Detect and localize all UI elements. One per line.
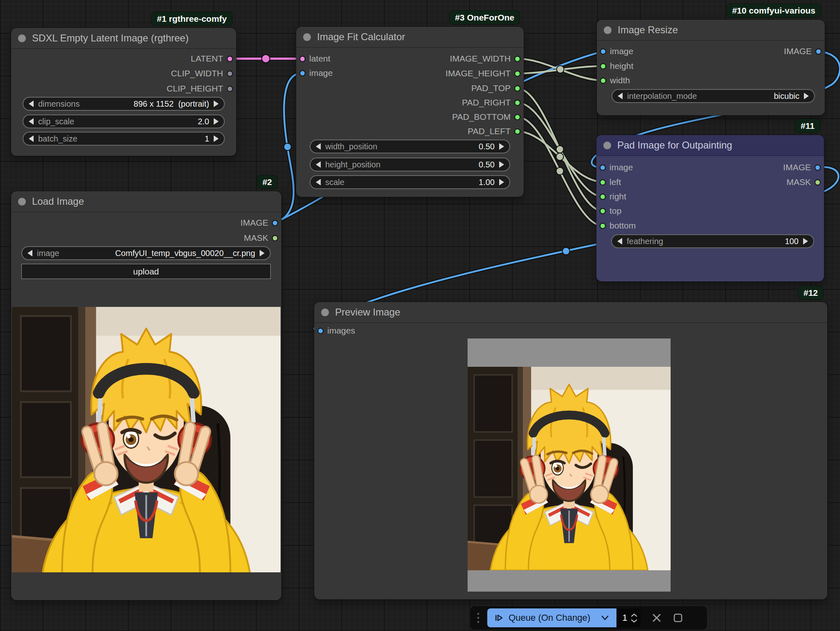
collapse-dot-icon[interactable] [321,309,329,316]
int-port-icon[interactable] [514,128,520,135]
output-slot-image[interactable]: IMAGE [784,47,822,56]
next-arrow-icon[interactable] [499,143,504,150]
int-port-icon[interactable] [227,86,233,92]
int-port-icon[interactable] [514,85,520,91]
collapse-dot-icon[interactable] [18,34,26,42]
image-port-icon[interactable] [600,48,606,55]
output-slot-pad-right[interactable]: PAD_RIGHT [462,98,520,107]
input-slot-image[interactable]: image [600,163,633,172]
prev-arrow-icon[interactable] [29,101,34,107]
next-arrow-icon[interactable] [214,135,219,142]
node-header[interactable]: SDXL Empty Latent Image (rgthree) [11,28,236,49]
node-pad-image-for-outpainting[interactable]: #11 Pad Image for Outpainting image left… [596,135,824,281]
collapse-dot-icon[interactable] [18,198,26,206]
image-port-icon[interactable] [815,165,821,171]
loaded-image-preview[interactable] [12,307,281,572]
widget-height-position[interactable]: height_position 0.50 [310,158,510,171]
next-arrow-icon[interactable] [214,101,219,107]
widget-interpolation-mode[interactable]: interpolation_mode bicubic [612,89,815,103]
next-arrow-icon[interactable] [260,250,265,256]
upload-button[interactable]: upload [21,264,271,279]
node-image-fit-calculator[interactable]: #3 OneForOne Image Fit Calculator latent… [296,27,524,197]
output-slot-clip-width[interactable]: CLIP_WIDTH [171,69,233,78]
prev-arrow-icon[interactable] [617,238,622,245]
output-slot-mask[interactable]: MASK [244,233,278,242]
collapse-dot-icon[interactable] [303,33,311,41]
input-slot-left[interactable]: left [600,178,621,187]
prev-arrow-icon[interactable] [29,135,34,142]
output-slot-pad-top[interactable]: PAD_TOP [471,84,520,93]
node-load-image[interactable]: #2 Load Image IMAGE MASK image ComfyUI_t… [11,191,281,600]
int-port-icon[interactable] [514,100,520,106]
int-port-icon[interactable] [227,71,233,77]
next-arrow-icon[interactable] [499,161,504,168]
node-sdxl-empty-latent[interactable]: #1 rgthree-comfy SDXL Empty Latent Image… [11,28,236,156]
int-port-icon[interactable] [600,223,606,229]
node-header[interactable]: Load Image [11,191,281,212]
queue-count[interactable]: 1 [616,608,640,627]
widget-width-position[interactable]: width_position 0.50 [310,139,510,153]
chevron-down-icon[interactable] [601,615,609,621]
input-slot-image[interactable]: image [299,69,333,78]
output-slot-mask[interactable]: MASK [786,178,821,187]
stop-button[interactable] [673,613,683,623]
drag-handle-icon[interactable] [477,612,480,624]
input-slot-image[interactable]: image [600,47,633,56]
image-port-icon[interactable] [600,165,606,171]
input-slot-width[interactable]: width [600,76,630,85]
image-port-icon[interactable] [317,328,324,334]
input-slot-right[interactable]: right [600,192,626,201]
output-slot-image[interactable]: IMAGE [783,163,821,172]
input-slot-height[interactable]: height [600,62,633,71]
output-slot-latent[interactable]: LATENT [191,54,233,63]
int-port-icon[interactable] [514,56,520,62]
prev-arrow-icon[interactable] [29,118,34,125]
input-slot-latent[interactable]: latent [299,54,330,63]
collapse-dot-icon[interactable] [603,142,611,149]
input-slot-images[interactable]: images [317,326,355,335]
node-image-resize[interactable]: #10 comfyui-various Image Resize image h… [597,20,825,115]
node-header[interactable]: Image Fit Calculator [296,27,524,48]
widget-clip-scale[interactable]: clip_scale 2.0 [23,114,225,128]
int-port-icon[interactable] [514,71,520,77]
prev-arrow-icon[interactable] [316,143,321,150]
mask-port-icon[interactable] [815,179,821,185]
collapse-dot-icon[interactable] [604,26,612,34]
int-port-icon[interactable] [600,78,606,84]
input-slot-top[interactable]: top [600,206,621,215]
queue-button[interactable]: Queue (On Change) [487,608,616,627]
widget-scale[interactable]: scale 1.00 [310,175,510,189]
next-arrow-icon[interactable] [803,238,808,245]
output-slot-image[interactable]: IMAGE [240,218,278,227]
output-slot-image-height[interactable]: IMAGE_HEIGHT [445,69,520,78]
output-slot-image-width[interactable]: IMAGE_WIDTH [450,54,520,63]
widget-feathering[interactable]: feathering 100 [611,234,814,248]
int-port-icon[interactable] [600,63,606,69]
node-graph-canvas[interactable]: #1 rgthree-comfy SDXL Empty Latent Image… [0,0,840,631]
widget-image-filename[interactable]: image ComfyUI_temp_vbgus_00020__cr.png [21,246,271,260]
node-preview-image[interactable]: #12 Preview Image images [314,302,827,599]
prev-arrow-icon[interactable] [618,93,623,99]
node-header[interactable]: Image Resize [597,20,825,41]
output-slot-pad-bottom[interactable]: PAD_BOTTOM [452,112,520,121]
prev-arrow-icon[interactable] [316,161,321,168]
mask-port-icon[interactable] [272,235,278,241]
spinner-up-icon[interactable] [631,613,637,617]
output-slot-pad-left[interactable]: PAD_LEFT [468,127,520,136]
prev-arrow-icon[interactable] [316,179,321,185]
preview-output-image[interactable] [468,338,671,592]
image-port-icon[interactable] [815,48,822,55]
image-port-icon[interactable] [299,70,306,76]
latent-port-icon[interactable] [299,56,306,62]
node-header[interactable]: Pad Image for Outpainting [596,135,824,156]
next-arrow-icon[interactable] [214,118,219,125]
latent-port-icon[interactable] [227,56,233,62]
prev-arrow-icon[interactable] [27,250,32,256]
input-slot-bottom[interactable]: bottom [600,221,636,230]
node-header[interactable]: Preview Image [314,302,827,323]
spinner-down-icon[interactable] [631,619,637,623]
widget-batch-size[interactable]: batch_size 1 [23,132,225,146]
next-arrow-icon[interactable] [804,93,809,99]
int-port-icon[interactable] [600,194,606,200]
image-port-icon[interactable] [272,220,278,226]
